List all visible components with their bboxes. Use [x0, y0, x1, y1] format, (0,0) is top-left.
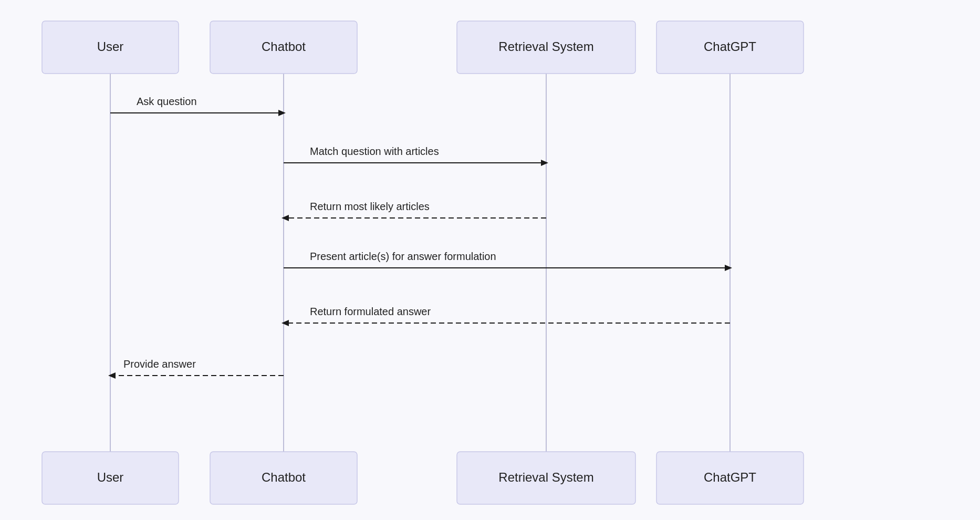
actor-user-top-label: User	[97, 39, 124, 54]
svg-marker-13	[282, 320, 289, 326]
svg-marker-7	[541, 160, 548, 166]
actor-chatgpt-bottom-label: ChatGPT	[704, 470, 756, 484]
msg6-label: Provide answer	[123, 358, 196, 370]
actor-retrieval-top-label: Retrieval System	[498, 39, 593, 54]
actor-chatgpt-top-label: ChatGPT	[704, 39, 756, 54]
svg-marker-15	[108, 372, 116, 379]
actor-retrieval-bottom-label: Retrieval System	[498, 470, 593, 484]
msg3-label: Return most likely articles	[310, 201, 430, 212]
actor-user-bottom-label: User	[97, 470, 124, 484]
svg-marker-11	[725, 265, 732, 271]
msg2-label: Match question with articles	[310, 145, 439, 157]
svg-marker-5	[278, 110, 286, 116]
msg4-label: Present article(s) for answer formulatio…	[310, 251, 496, 262]
actor-chatbot-top-label: Chatbot	[262, 39, 306, 54]
msg5-label: Return formulated answer	[310, 306, 431, 317]
msg1-label: Ask question	[137, 96, 197, 107]
sequence-diagram: Ask question Match question with article…	[0, 0, 980, 520]
diagram-container: Ask question Match question with article…	[0, 0, 980, 520]
actor-chatbot-bottom-label: Chatbot	[262, 470, 306, 484]
svg-marker-9	[282, 215, 289, 221]
